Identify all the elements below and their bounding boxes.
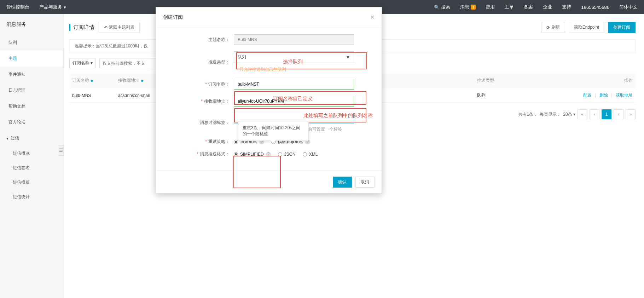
create-subscription-modal: 创建订阅 × 主题名称： 推送类型： 队列 ▼ 只允许推送到自己的队列 *订阅: [156, 7, 382, 194]
topic-label: 主题名称：: [163, 37, 234, 43]
endpoint-label: *接收端地址：: [163, 98, 234, 104]
format-label: *消息推送格式：: [163, 151, 234, 157]
format-xml-radio[interactable]: XML: [303, 152, 318, 157]
radio-off-icon: [278, 152, 282, 156]
modal-footer: 确认 取消: [156, 171, 382, 193]
push-type-value: 队列: [238, 54, 246, 60]
format-xml-label: XML: [309, 152, 318, 157]
tag-hint: 前可设置一个标签: [308, 126, 367, 132]
retry-label-text: 重试策略：: [208, 139, 230, 144]
form-row-sub-name: *订阅名称：: [163, 79, 367, 90]
push-type-label: 推送类型：: [163, 59, 234, 65]
radio-on-icon: [234, 140, 238, 144]
format-json-radio[interactable]: JSON: [278, 152, 296, 157]
cancel-button[interactable]: 取消: [355, 177, 375, 188]
subscription-name-input[interactable]: [234, 79, 354, 90]
endpoint-input[interactable]: [234, 96, 354, 107]
endpoint-label-text: 接收端地址：: [204, 99, 230, 104]
form-row-push-type: 推送类型： 队列 ▼ 只允许推送到自己的队列: [163, 51, 367, 73]
form-row-topic: 主题名称：: [163, 34, 367, 45]
push-type-hint: 只允许推送到自己的队列: [239, 67, 367, 73]
push-type-select[interactable]: 队列 ▼: [234, 51, 354, 63]
chevron-down-icon: ▼: [346, 55, 350, 60]
retry-tooltip: 重试3次，间隔时间10-20s之间的一个随机值: [238, 121, 309, 141]
topic-name-input: [234, 34, 354, 45]
form-row-format: *消息推送格式： SIMPLIFIED? JSON XML: [163, 151, 367, 157]
format-simplified-radio[interactable]: SIMPLIFIED?: [234, 152, 271, 157]
modal-body: 主题名称： 推送类型： 队列 ▼ 只允许推送到自己的队列 *订阅名称： *接收: [156, 27, 382, 171]
confirm-button[interactable]: 确认: [333, 177, 352, 188]
modal-header: 创建订阅 ×: [156, 7, 382, 27]
radio-on-icon: [234, 152, 238, 156]
radio-off-icon: [303, 152, 307, 156]
sub-name-label-text: 订阅名称：: [208, 82, 230, 87]
form-row-endpoint: *接收端地址：: [163, 96, 367, 107]
modal-backdrop: 创建订阅 × 主题名称： 推送类型： 队列 ▼ 只允许推送到自己的队列 *订阅: [0, 0, 644, 298]
format-json-label: JSON: [284, 152, 296, 157]
form-row-retry: 重试3次，间隔时间10-20s之间的一个随机值 *重试策略： 退避重试? 指数衰…: [163, 139, 367, 145]
help-icon[interactable]: ?: [266, 152, 271, 157]
retry-label: *重试策略：: [163, 139, 234, 145]
modal-title: 创建订阅: [163, 14, 183, 21]
close-icon[interactable]: ×: [370, 13, 375, 21]
format-simplified-label: SIMPLIFIED: [240, 152, 264, 157]
sub-name-label: *订阅名称：: [163, 81, 234, 87]
format-label-text: 消息推送格式：: [200, 151, 230, 156]
tag-label: 消息过滤标签：: [163, 120, 234, 126]
